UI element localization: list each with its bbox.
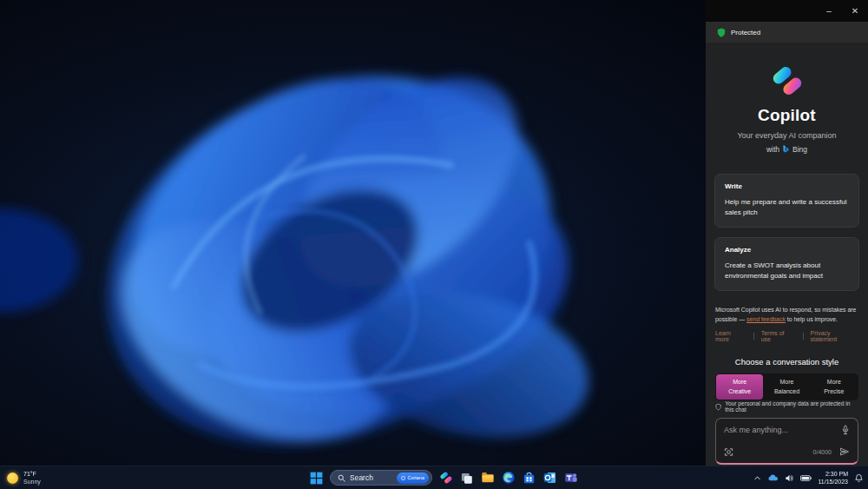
style-label: More [763, 378, 810, 387]
screenshot-capture-icon[interactable] [724, 447, 733, 457]
search-label: Search [350, 473, 392, 482]
style-label: More [811, 378, 858, 387]
style-more-balanced[interactable]: More Balanced [763, 374, 810, 400]
chat-input-box: 0/4000 [715, 418, 858, 465]
tray-overflow-chevron-icon[interactable] [753, 474, 761, 482]
chat-input[interactable] [724, 426, 837, 434]
style-label: Precise [811, 387, 858, 397]
style-more-precise[interactable]: More Precise [811, 374, 858, 400]
style-label: More [716, 378, 763, 387]
search-icon [338, 474, 345, 482]
tray-time: 2:30 PM [818, 470, 848, 478]
divider [753, 333, 754, 340]
task-view-button[interactable] [459, 471, 474, 486]
outlook-icon [543, 471, 557, 485]
copilot-title: Copilot [758, 106, 816, 125]
outlook-button[interactable] [542, 471, 557, 486]
conversation-style-heading: Choose a conversation style [735, 357, 838, 367]
suggestion-card-analyze[interactable]: Analyze Create a SWOT analysis about env… [714, 237, 859, 291]
with-label: with [766, 145, 779, 154]
volume-icon[interactable] [785, 473, 794, 483]
teams-button[interactable] [563, 471, 578, 486]
onedrive-cloud-icon[interactable] [767, 473, 779, 482]
close-button[interactable]: ✕ [842, 0, 868, 22]
copilot-body: Copilot Your everyday AI companion with … [706, 43, 868, 466]
copilot-panel: – ✕ Protected Copilot Your everyday AI c… [706, 0, 868, 466]
taskbar-center: Search Cortana [309, 466, 578, 489]
notifications-bell-icon[interactable] [854, 473, 864, 483]
legal-links: Learn more Terms of use Privacy statemen… [715, 330, 858, 342]
weather-condition: Sunny [23, 478, 41, 486]
sunny-icon [7, 472, 18, 484]
windows-start-icon [310, 472, 323, 485]
with-bing-row: with Bing [766, 145, 807, 154]
cortana-icon [401, 476, 405, 480]
style-label: Creative [716, 387, 763, 397]
terms-of-use-link[interactable]: Terms of use [761, 330, 796, 342]
protected-label: Protected [731, 29, 760, 36]
battery-icon[interactable] [800, 474, 812, 482]
taskbar-copilot-button[interactable] [438, 471, 453, 486]
taskbar-search-box[interactable]: Search Cortana [330, 470, 432, 486]
weather-temperature: 71°F [23, 470, 41, 478]
desktop: – ✕ Protected Copilot Your everyday AI c… [0, 0, 868, 489]
shield-outline-icon [715, 403, 721, 411]
tray-date: 11/15/2023 [818, 478, 848, 486]
microphone-icon[interactable] [841, 425, 850, 435]
microsoft-store-icon [523, 472, 536, 485]
shield-protected-icon [717, 28, 726, 37]
file-explorer-button[interactable] [480, 471, 495, 486]
cortana-badge-label: Cortana [407, 475, 424, 480]
minimize-button[interactable]: – [816, 0, 842, 22]
data-protection-note: Your personal and company data are prote… [715, 400, 858, 413]
char-counter: 0/4000 [813, 449, 832, 455]
card-text: Help me prepare and write a successful s… [725, 197, 849, 219]
task-view-icon [460, 472, 473, 485]
privacy-statement-link[interactable]: Privacy statement [811, 330, 858, 342]
clock-widget[interactable]: 2:30 PM 11/15/2023 [818, 470, 848, 486]
teams-icon [564, 471, 578, 485]
conversation-style-toggle: More Creative More Balanced More Precise [715, 373, 858, 400]
data-protection-text: Your personal and company data are prote… [725, 400, 858, 413]
file-explorer-icon [481, 471, 495, 485]
edge-button[interactable] [501, 471, 516, 486]
copilot-subtitle: Your everyday AI companion [737, 131, 836, 140]
copilot-logo-icon [770, 63, 805, 98]
copilot-taskbar-icon [439, 471, 453, 485]
system-tray: 2:30 PM 11/15/2023 [753, 466, 864, 489]
edge-icon [502, 471, 516, 485]
card-text: Create a SWOT analysis about environment… [725, 261, 849, 282]
panel-titlebar: – ✕ [706, 0, 868, 22]
style-label: Balanced [763, 387, 810, 397]
cortana-badge[interactable]: Cortana [397, 472, 429, 484]
learn-more-link[interactable]: Learn more [715, 330, 746, 342]
suggestion-card-write[interactable]: Write Help me prepare and write a succes… [714, 174, 859, 228]
ai-disclaimer: Microsoft Copilot uses AI to respond, so… [715, 305, 858, 325]
bing-label: Bing [792, 145, 807, 154]
disclaimer-text-end: to help us improve. [786, 316, 838, 322]
protected-bar: Protected [706, 22, 868, 43]
start-button[interactable] [309, 471, 324, 486]
divider [803, 333, 804, 340]
bing-icon [782, 145, 790, 154]
card-title: Analyze [725, 246, 849, 254]
card-title: Write [725, 182, 849, 190]
style-more-creative[interactable]: More Creative [716, 374, 763, 400]
weather-widget[interactable]: 71°F Sunny [7, 466, 41, 489]
send-icon[interactable] [839, 446, 850, 457]
send-feedback-link[interactable]: send feedback [746, 316, 786, 322]
taskbar: 71°F Sunny Search Cortana [0, 466, 868, 489]
microsoft-store-button[interactable] [522, 471, 536, 486]
